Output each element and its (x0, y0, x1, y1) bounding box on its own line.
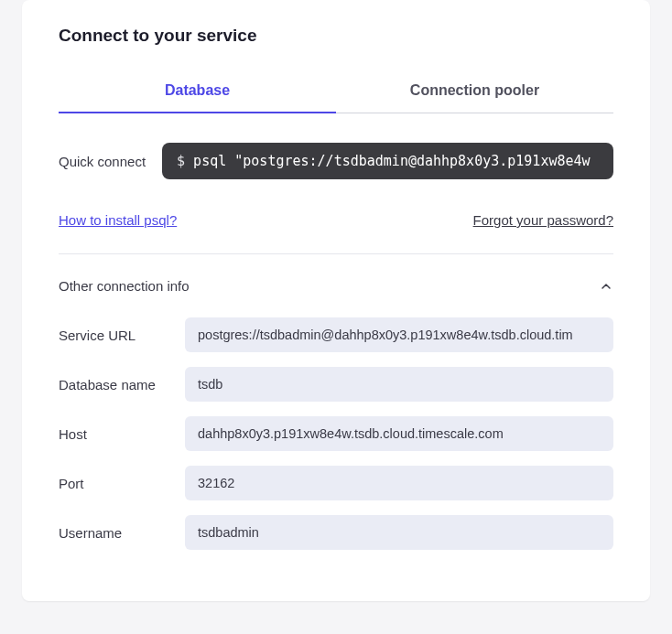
terminal-prompt: $ (177, 153, 185, 169)
label-port: Port (59, 476, 168, 491)
chevron-up-icon (599, 279, 613, 294)
row-service-url: Service URL postgres://tsdbadmin@dahhp8x… (59, 317, 613, 352)
row-port: Port 32162 (59, 466, 613, 500)
other-info-title: Other connection info (59, 278, 190, 294)
panel-title: Connect to your service (59, 26, 613, 46)
tab-connection-pooler[interactable]: Connection pooler (336, 71, 613, 113)
label-host: Host (59, 426, 168, 442)
value-username[interactable]: tsdbadmin (185, 515, 613, 550)
row-host: Host dahhp8x0y3.p191xw8e4w.tsdb.cloud.ti… (59, 416, 613, 451)
value-service-url[interactable]: postgres://tsdbadmin@dahhp8x0y3.p191xw8e… (185, 317, 613, 352)
forgot-password-link[interactable]: Forgot your password? (473, 212, 613, 228)
tabs: Database Connection pooler (59, 71, 613, 113)
help-links-row: How to install psql? Forgot your passwor… (59, 212, 613, 228)
row-username: Username tsdbadmin (59, 515, 613, 550)
quick-connect-label: Quick connect (59, 154, 146, 169)
value-port[interactable]: 32162 (185, 466, 613, 500)
value-database-name[interactable]: tsdb (185, 367, 613, 402)
quick-connect-row: Quick connect $ psql "postgres://tsdbadm… (59, 143, 613, 179)
other-info-toggle[interactable]: Other connection info (59, 278, 613, 294)
quick-connect-terminal[interactable]: $ psql "postgres://tsdbadmin@dahhp8x0y3.… (162, 143, 613, 179)
other-info-body: Service URL postgres://tsdbadmin@dahhp8x… (59, 317, 613, 550)
divider (59, 253, 613, 254)
label-service-url: Service URL (59, 328, 168, 343)
connect-panel: Connect to your service Database Connect… (22, 0, 650, 601)
terminal-command: psql "postgres://tsdbadmin@dahhp8x0y3.p1… (185, 153, 591, 169)
value-host[interactable]: dahhp8x0y3.p191xw8e4w.tsdb.cloud.timesca… (185, 416, 613, 451)
label-username: Username (59, 525, 168, 541)
row-database-name: Database name tsdb (59, 367, 613, 402)
install-psql-link[interactable]: How to install psql? (59, 212, 177, 228)
label-database-name: Database name (59, 377, 168, 392)
tab-database[interactable]: Database (59, 71, 336, 113)
